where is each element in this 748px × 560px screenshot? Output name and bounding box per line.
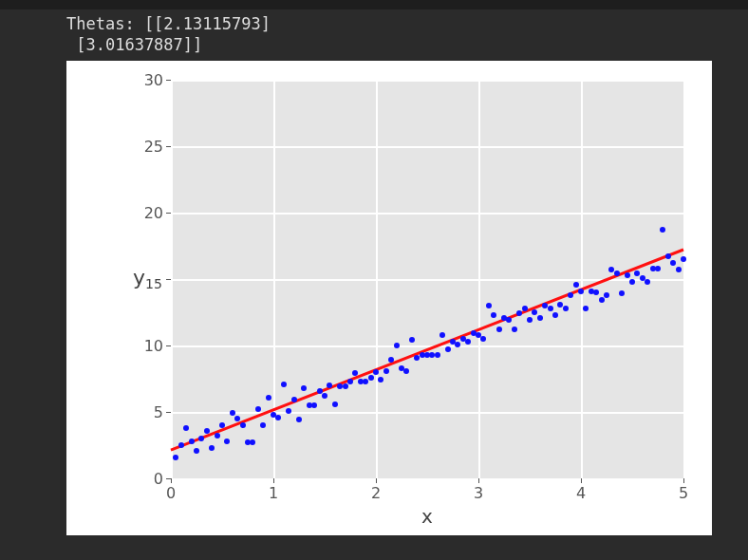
- scatter-point: [173, 455, 178, 460]
- scatter-point: [532, 309, 537, 315]
- tick-mark-x: [273, 478, 274, 483]
- scatter-point: [266, 395, 271, 401]
- scatter-point: [332, 401, 338, 407]
- grid-line-h: [171, 213, 683, 215]
- scatter-point: [311, 402, 317, 408]
- x-axis-label: x: [171, 505, 683, 528]
- scatter-point: [619, 290, 625, 296]
- scatter-point: [198, 436, 204, 441]
- scatter-point: [240, 422, 246, 428]
- scatter-point: [209, 445, 215, 451]
- scatter-point: [465, 339, 471, 345]
- scatter-point: [645, 279, 650, 285]
- scatter-point: [403, 368, 409, 374]
- x-tick-label: 2: [371, 484, 381, 502]
- scatter-point: [317, 388, 323, 394]
- scatter-point: [291, 397, 297, 402]
- scatter-point: [593, 289, 599, 295]
- tick-mark-x: [376, 478, 377, 483]
- scatter-point: [486, 303, 492, 308]
- grid-line-h: [171, 146, 683, 148]
- scatter-point: [629, 279, 635, 285]
- tick-mark-x: [581, 478, 582, 483]
- scatter-point: [394, 343, 400, 348]
- tick-mark-y: [166, 478, 171, 479]
- scatter-point: [537, 315, 543, 321]
- scatter-point: [275, 415, 281, 420]
- grid-line-h: [171, 345, 683, 347]
- console-line-2: [3.01637887]]: [66, 35, 202, 54]
- scatter-point: [506, 317, 512, 323]
- scatter-point: [599, 297, 605, 303]
- scatter-point: [522, 306, 528, 311]
- scatter-point: [178, 442, 184, 448]
- scatter-point: [660, 227, 665, 233]
- scatter-point: [352, 370, 358, 376]
- scatter-point: [568, 292, 573, 298]
- y-tick-label: 0: [154, 470, 163, 488]
- scatter-point: [378, 377, 383, 383]
- tick-mark-x: [683, 478, 684, 483]
- scatter-point: [219, 422, 225, 428]
- scatter-point: [327, 383, 332, 388]
- grid-line-h: [171, 412, 683, 414]
- scatter-point: [286, 408, 291, 414]
- y-tick-label: 30: [144, 71, 163, 89]
- scatter-point: [496, 327, 502, 332]
- scatter-point: [516, 310, 522, 316]
- scatter-point: [455, 342, 460, 347]
- x-tick-label: 4: [576, 484, 586, 502]
- scatter-point: [655, 266, 661, 271]
- scatter-point: [583, 306, 589, 311]
- scatter-point: [573, 282, 579, 288]
- scatter-point: [183, 425, 189, 431]
- scatter-point: [625, 272, 630, 278]
- scatter-point: [563, 306, 569, 311]
- scatter-point: [234, 416, 240, 421]
- grid-line-h: [171, 80, 683, 82]
- scatter-point: [301, 385, 307, 391]
- scatter-point: [435, 352, 440, 358]
- grid-line-v: [683, 80, 685, 478]
- x-tick-label: 0: [166, 484, 176, 502]
- scatter-point: [347, 379, 353, 384]
- grid-line-h: [171, 279, 683, 281]
- scatter-point: [215, 433, 220, 439]
- scatter-point: [194, 448, 199, 454]
- scatter-point: [527, 317, 533, 323]
- y-axis-label: y15: [133, 266, 162, 289]
- tick-mark-y: [166, 80, 171, 81]
- y-tick-label: 5: [154, 403, 163, 421]
- scatter-point: [548, 306, 553, 311]
- scatter-point: [363, 379, 368, 384]
- scatter-point: [204, 428, 210, 434]
- y-tick-15-sub: 15: [145, 276, 162, 291]
- scatter-point: [512, 327, 517, 332]
- scatter-point: [578, 289, 584, 294]
- scatter-point: [250, 439, 255, 445]
- scatter-point: [373, 369, 379, 375]
- console-output: Thetas: [[2.13115793] [3.01637887]]: [0, 9, 748, 55]
- tick-mark-y: [166, 146, 171, 147]
- scatter-point: [383, 368, 389, 374]
- tick-mark-y: [166, 279, 171, 280]
- scatter-point: [439, 332, 445, 338]
- y-tick-label: 20: [144, 204, 163, 222]
- editor-top-bar: [0, 0, 748, 9]
- scatter-point: [491, 312, 496, 318]
- tick-mark-y: [166, 345, 171, 346]
- scatter-point: [322, 393, 327, 399]
- scatter-point: [281, 382, 287, 387]
- scatter-point: [614, 271, 620, 276]
- tick-mark-x: [478, 478, 479, 483]
- scatter-point: [343, 383, 348, 389]
- scatter-point: [665, 253, 671, 259]
- scatter-point: [445, 346, 451, 352]
- scatter-point: [368, 375, 374, 381]
- scatter-point: [681, 256, 686, 262]
- tick-mark-y: [166, 213, 171, 214]
- tick-mark-x: [171, 478, 172, 483]
- scatter-point: [296, 417, 302, 422]
- scatter-point: [260, 422, 266, 428]
- scatter-point: [676, 267, 682, 272]
